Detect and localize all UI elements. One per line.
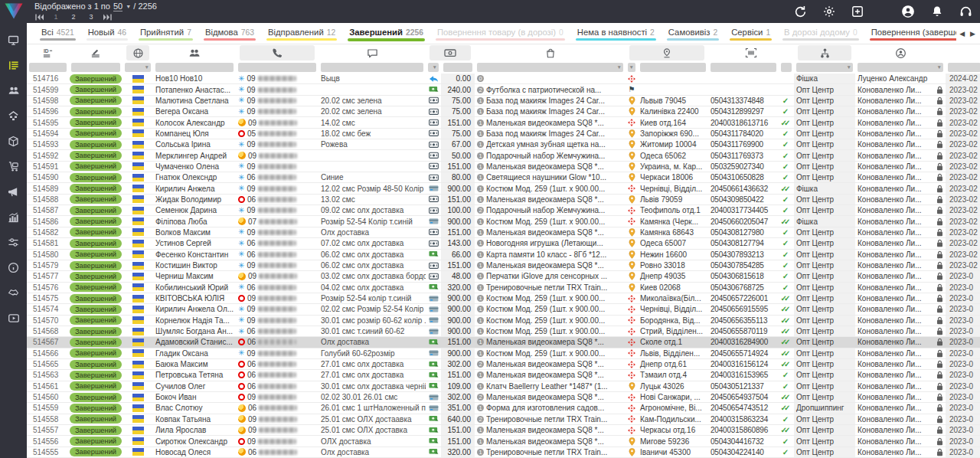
column-filter-input[interactable] xyxy=(443,63,472,72)
table-row[interactable]: 514558ЗавершенийКовпак Татьяна0925.01 см… xyxy=(27,414,980,425)
sidebar-item-reports[interactable] xyxy=(0,204,27,230)
gear-icon[interactable] xyxy=(823,5,835,18)
column-filter-input[interactable] xyxy=(29,63,67,72)
table-row[interactable]: 514576ЗавершенийКобилинський Юрий✳0604.0… xyxy=(27,283,980,293)
refresh-icon[interactable] xyxy=(794,5,807,18)
table-row[interactable]: 514557ЗавершенийЛила Ярослав0925.01 смс … xyxy=(27,425,980,436)
column-filter-input[interactable] xyxy=(71,63,120,72)
hierarchy-icon[interactable] xyxy=(798,45,851,61)
column-filter-input[interactable] xyxy=(155,63,234,72)
table-row[interactable]: 514586ЗавершенийФіліпова Люба07Розмір 52… xyxy=(27,216,980,227)
sidebar-item-settings[interactable] xyxy=(0,230,27,255)
sidebar-item-info[interactable] xyxy=(0,255,27,280)
column-filter-input[interactable]: ▼ xyxy=(796,63,853,72)
tab-повернення-товару-в-дорозі-[interactable]: Повернення товару (в дорозі)0 xyxy=(430,23,570,44)
id-column-icon[interactable]: ID xyxy=(27,45,69,61)
user-icon[interactable] xyxy=(855,45,946,61)
page-size-dropdown[interactable]: 50 xyxy=(113,2,122,11)
date-column-header[interactable] xyxy=(946,45,980,61)
table-row[interactable]: 514559ЗавершенийВлас Слотюу0626.01 смс 1… xyxy=(27,403,980,414)
shopping-bag-icon[interactable] xyxy=(475,45,626,61)
column-filter-input[interactable]: ▼ xyxy=(477,63,623,72)
skip-to-last-icon[interactable] xyxy=(103,14,112,21)
table-row[interactable]: 514716ЗавершенийНов10 Нов10✳09Выцв0.000Ф… xyxy=(27,74,980,84)
sidebar-item-partners[interactable] xyxy=(0,280,27,306)
table-row[interactable]: 514590ЗавершенийГнатюк Олексндр✳06Синие8… xyxy=(27,172,980,183)
tab-сервіси[interactable]: Сервіси1 xyxy=(724,23,777,44)
table-row[interactable]: 514598ЗавершенийМалютина Светлана✳0920.0… xyxy=(27,96,980,106)
sidebar-item-products[interactable] xyxy=(0,129,27,154)
table-row[interactable]: 514566ЗавершенийГладик Оксана✳09Голубий … xyxy=(27,348,980,359)
bell-icon[interactable] xyxy=(931,5,943,18)
globe-icon[interactable] xyxy=(126,45,149,61)
table-row[interactable]: 514580ЗавершенийФесенко Константин✳0606.… xyxy=(27,250,980,260)
table-row[interactable]: 514594ЗавершенийКомпанец Юля0518.02 смс … xyxy=(27,129,980,139)
tab-в-дорозі-додому[interactable]: В дорозі додому0 xyxy=(777,23,864,44)
phone-icon[interactable] xyxy=(240,45,315,61)
money-icon[interactable] xyxy=(430,45,471,61)
page-number[interactable]: 2 xyxy=(68,13,79,21)
table-row[interactable]: 514565ЗавершенийБаюка Максим0627.01 смс … xyxy=(27,359,980,370)
status-column-icon[interactable] xyxy=(69,45,122,61)
table-row[interactable]: 514587ЗавершенийСеменюк Дарина✳0909.02 с… xyxy=(27,205,980,216)
table-row[interactable]: 514556ЗавершенийСиротюк Олександр09ОЛХ д… xyxy=(27,436,980,447)
table-row[interactable]: 514570ЗавершенийКорнелюк Надія Та...✳093… xyxy=(27,316,980,326)
page-number[interactable]: 3 xyxy=(86,13,96,21)
headset-icon[interactable] xyxy=(959,5,972,18)
tab-нема-в-наявності[interactable]: Нема в наявності2 xyxy=(570,23,662,44)
tab-самовивіз[interactable]: Самовивіз2 xyxy=(662,23,724,44)
sidebar-item-tutorials[interactable] xyxy=(0,306,27,331)
table-row[interactable]: 514596ЗавершенийВегера Оксана✳0920.02 см… xyxy=(27,106,980,117)
column-filter-input[interactable]: ▼ xyxy=(125,63,151,72)
table-row[interactable]: 514579ЗавершенийКостишин Виктор✳0906.02 … xyxy=(27,260,980,271)
table-row[interactable]: 514599ЗавершенийПотапенко Анастас...✳092… xyxy=(27,84,980,95)
column-filter-input[interactable]: ▼ xyxy=(428,63,439,72)
table-row[interactable]: 514555ЗавершенийНовосад Олеся06Олх доста… xyxy=(27,447,980,458)
table-row[interactable]: 514577ЗавершенийЧерниш Максим0903.02 смс… xyxy=(27,271,980,282)
table-row[interactable]: 514567ЗавершенийАдамовский Станис...06Ол… xyxy=(27,337,980,348)
table-row[interactable]: 514582ЗавершенийВолков Максим✳09Олх дост… xyxy=(27,227,980,238)
tab-всі[interactable]: Всі4521 xyxy=(34,23,81,44)
skip-to-first-icon[interactable] xyxy=(35,14,44,21)
tabs-scroll-right-icon[interactable]: ▶ xyxy=(970,30,975,38)
tab-завершений[interactable]: Завершений2256 xyxy=(342,23,430,44)
sidebar-item-customers[interactable] xyxy=(0,78,27,103)
column-filter-input[interactable]: ▼ xyxy=(628,63,635,72)
table-row[interactable]: 514568ЗавершенийШумляс Богдана Ан...✳063… xyxy=(27,326,980,337)
table-row[interactable]: 514563ЗавершенийПетровська Тетяна0627.01… xyxy=(27,370,980,381)
column-filter-input[interactable] xyxy=(948,63,980,72)
sidebar-item-dashboard[interactable] xyxy=(0,28,27,53)
page-number[interactable]: 1 xyxy=(51,13,61,21)
plus-icon[interactable] xyxy=(851,5,864,18)
column-filter-input[interactable] xyxy=(238,63,316,72)
tabs-scroll-left-icon[interactable]: ◀ xyxy=(959,30,965,38)
table-row[interactable]: 514560ЗавершенийБокоч Иван0902.02 30.01 … xyxy=(27,392,980,403)
sidebar-item-purchases[interactable] xyxy=(0,154,27,179)
tab-відмова[interactable]: Відмова763 xyxy=(198,23,261,44)
tab-відправлений[interactable]: Відправлений12 xyxy=(261,23,342,44)
column-filter-input[interactable] xyxy=(710,63,776,72)
column-filter-input[interactable] xyxy=(321,63,423,72)
table-row[interactable]: 514591ЗавершенийЧумаченко Олена✳09151.00… xyxy=(27,162,980,172)
table-row[interactable]: 514595ЗавершенийКолосок Александр0914.02… xyxy=(27,117,980,128)
table-row[interactable]: 514592ЗавершенийМерклингер Андрей0950.00… xyxy=(27,150,980,161)
table-row[interactable]: 514574ЗавершенийКирилич Анжела Ол...✳090… xyxy=(27,304,980,315)
location-pin-icon[interactable] xyxy=(629,45,704,61)
sidebar-item-store[interactable] xyxy=(0,103,27,129)
table-row[interactable]: 514581ЗавершенийУстинов Сергей✳0607.02 с… xyxy=(27,238,980,249)
barcode-icon[interactable] xyxy=(708,45,794,61)
table-row[interactable]: 514588ЗавершенийЖидак Володимир0613.02 с… xyxy=(27,195,980,205)
table-row[interactable]: 514561ЗавершенийСучилов Олег0630.01 смс … xyxy=(27,381,980,392)
tab-новый[interactable]: Новый46 xyxy=(81,23,133,44)
sidebar-item-marketing[interactable] xyxy=(0,179,27,204)
table-row[interactable]: 514589ЗавершенийКирилич Анжела✳0912.02 с… xyxy=(27,183,980,194)
sidebar-item-orders[interactable] xyxy=(0,53,27,78)
column-filter-input[interactable]: ▼ xyxy=(858,63,943,72)
comment-icon[interactable] xyxy=(318,45,426,61)
customers-icon[interactable] xyxy=(153,45,236,61)
table-row[interactable]: 514593ЗавершенийСольська Ірина✳09Рожева6… xyxy=(27,139,980,150)
column-filter-input[interactable] xyxy=(781,63,792,72)
person-icon[interactable] xyxy=(901,5,915,18)
chevron-down-icon[interactable]: ▼ xyxy=(126,4,131,9)
column-filter-input[interactable] xyxy=(640,63,706,72)
